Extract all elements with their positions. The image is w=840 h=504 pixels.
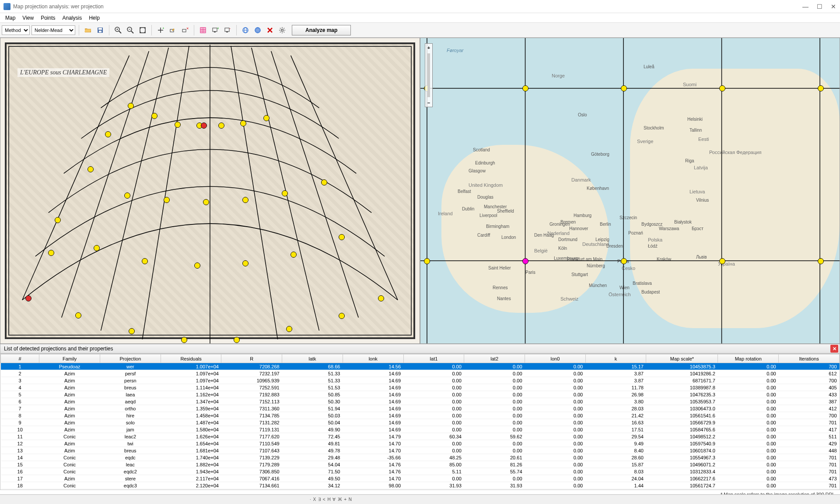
col-k[interactable]: k (585, 354, 646, 363)
col-lon0[interactable]: lon0 (525, 354, 586, 363)
table-row[interactable]: 1Pseudoazwer1.007e+047208.26868.6614.560… (1, 363, 840, 370)
optimizer-select[interactable]: Nelder-Mead (32, 25, 75, 35)
col-projection[interactable]: Projection (100, 354, 161, 363)
analyze-button[interactable]: Analyze map (292, 25, 351, 35)
monitor-remove-icon[interactable]: - (222, 25, 233, 35)
control-point[interactable] (234, 337, 240, 343)
zoom-fit-icon[interactable] (137, 25, 148, 35)
menu-help[interactable]: Help (85, 14, 103, 22)
table-row[interactable]: 16Coniceqdc21.943e+047306.85071.5014.765… (1, 468, 840, 475)
control-point[interactable] (48, 250, 54, 256)
col-number[interactable]: # (1, 354, 39, 363)
add-point-icon[interactable]: + (155, 25, 166, 35)
close-button[interactable]: ✕ (830, 4, 836, 10)
control-point[interactable] (75, 312, 81, 318)
control-point[interactable] (621, 258, 627, 264)
control-point-selected[interactable] (522, 258, 528, 264)
control-point[interactable] (286, 326, 292, 332)
control-point[interactable] (522, 85, 528, 91)
control-point[interactable] (282, 190, 288, 196)
control-point[interactable] (128, 103, 134, 109)
clear-icon[interactable] (265, 25, 275, 35)
menu-view[interactable]: View (19, 14, 37, 22)
control-point[interactable] (818, 85, 824, 91)
control-point[interactable] (175, 122, 181, 128)
col-rotation[interactable]: Map rotation (718, 354, 779, 363)
control-point[interactable] (164, 197, 170, 203)
delete-point-icon[interactable]: × (180, 25, 190, 35)
table-row[interactable]: 14Coniceqdc1.740e+047139.22929.48-35.664… (1, 454, 840, 461)
settings-icon[interactable] (277, 25, 287, 35)
control-point[interactable] (194, 262, 200, 269)
zoom-slider[interactable] (427, 53, 430, 97)
control-point[interactable] (142, 258, 148, 264)
zoom-out-icon[interactable] (125, 25, 136, 35)
table-row[interactable]: 11Conicleac21.626e+047177.62072.4514.796… (1, 433, 840, 440)
table-row[interactable]: 2Azimpersf1.097e+047232.19751.3314.690.0… (1, 370, 840, 377)
control-point[interactable] (129, 328, 135, 334)
table-row[interactable]: 5Azimlaea1.162e+047192.88350.8514.690.00… (1, 391, 840, 398)
menu-points[interactable]: Points (37, 14, 59, 22)
table-row[interactable]: 8Azimhire1.458e+047134.78550.0314.690.00… (1, 412, 840, 419)
table-row[interactable]: 13Azimbreus1.681e+047107.64349.7814.700.… (1, 447, 840, 454)
open-icon[interactable] (83, 25, 93, 35)
table-row[interactable]: 17Azimstere2.117e+047067.41649.5014.700.… (1, 475, 840, 482)
control-point[interactable] (339, 313, 345, 319)
control-point[interactable] (719, 85, 725, 91)
control-point[interactable] (263, 115, 270, 121)
col-residuals[interactable]: Residuals (161, 354, 221, 363)
control-point[interactable] (719, 258, 725, 264)
table-row[interactable]: 9Azimsolo1.487e+047131.28250.0414.690.00… (1, 419, 840, 426)
minimize-button[interactable]: — (802, 4, 808, 10)
close-panel-button[interactable]: ✕ (830, 345, 838, 353)
control-point[interactable] (240, 120, 246, 126)
zoom-in-icon[interactable] (113, 25, 123, 35)
edit-point-icon[interactable] (168, 25, 178, 35)
table-icon[interactable] (198, 25, 208, 35)
col-r[interactable]: R (221, 354, 282, 363)
control-point[interactable] (818, 258, 824, 264)
control-point[interactable] (424, 258, 430, 264)
control-point[interactable] (242, 260, 248, 266)
menu-map[interactable]: Map (2, 14, 19, 22)
control-point[interactable] (201, 122, 207, 129)
table-row[interactable]: 12Azimtwi1.654e+047110.54949.8114.700.00… (1, 440, 840, 447)
col-family[interactable]: Family (39, 354, 100, 363)
control-point[interactable] (105, 131, 111, 137)
col-scale[interactable]: Map scale* (646, 354, 718, 363)
control-point[interactable] (25, 295, 32, 301)
col-lat1[interactable]: lat1 (403, 354, 464, 363)
control-point[interactable] (339, 234, 345, 240)
col-iterations[interactable]: Iterations (779, 354, 840, 363)
control-point[interactable] (321, 179, 327, 186)
table-row[interactable]: 7Azimortho1.359e+047311.36051.9414.690.0… (1, 405, 840, 412)
monitor-add-icon[interactable]: + (210, 25, 220, 35)
table-row[interactable]: 3Azimpersn1.097e+0410965.93951.3314.690.… (1, 377, 840, 384)
table-scroll[interactable]: # Family Projection Residuals R latk lon… (0, 354, 840, 490)
control-point[interactable] (621, 85, 627, 91)
col-lonk[interactable]: lonk (343, 354, 403, 363)
control-point[interactable] (124, 192, 130, 199)
col-lat2[interactable]: lat2 (464, 354, 525, 363)
control-point[interactable] (181, 337, 187, 343)
reference-map-pane[interactable]: Føroyar Scotland Edinburgh Glasgow Unite… (420, 38, 840, 344)
historic-map-pane[interactable]: L'EUROPE sous CHARLEMAGNE (0, 38, 420, 344)
table-row[interactable]: 10Azimjam1.580e+047119.13149.9014.690.00… (1, 426, 840, 433)
control-point[interactable] (378, 295, 384, 301)
menu-analysis[interactable]: Analysis (59, 14, 86, 22)
col-latk[interactable]: latk (282, 354, 343, 363)
control-point[interactable] (290, 252, 297, 258)
control-point[interactable] (203, 199, 209, 205)
table-row[interactable]: 15Conicleac1.882e+047179.28954.0414.7685… (1, 461, 840, 468)
control-point[interactable] (151, 113, 158, 119)
table-row[interactable]: 4Azimbreus1.114e+047252.59151.5314.690.0… (1, 384, 840, 391)
globe-grid-icon[interactable] (252, 25, 263, 35)
control-point[interactable] (218, 122, 224, 129)
zoom-in-button[interactable]: + (425, 44, 432, 52)
control-point[interactable] (88, 166, 94, 172)
control-point[interactable] (55, 217, 61, 223)
zoom-out-button[interactable]: − (425, 99, 432, 107)
table-row[interactable]: 6Azimaeqd1.347e+047152.11350.3014.690.00… (1, 398, 840, 405)
method-select[interactable]: Method M7 (2, 25, 30, 35)
globe-plain-icon[interactable] (240, 25, 251, 35)
